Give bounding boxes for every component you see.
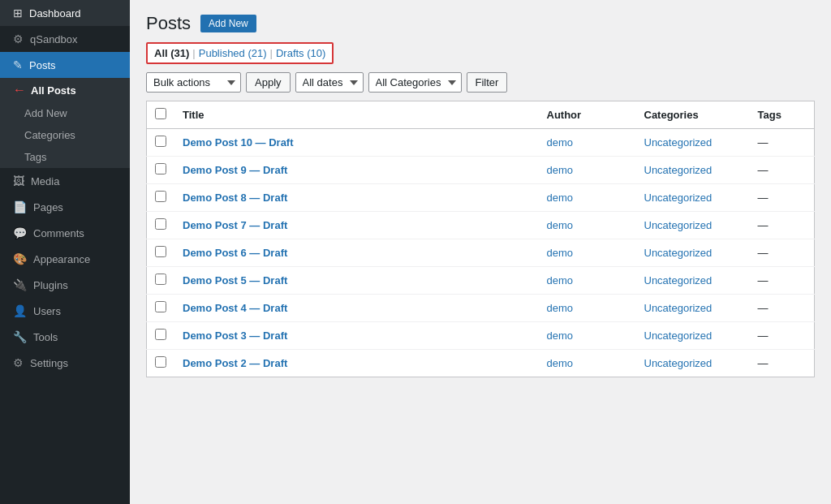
author-link[interactable]: demo	[547, 164, 574, 176]
tags-value: —	[758, 274, 769, 286]
category-link[interactable]: Uncategorized	[644, 219, 713, 231]
sidebar-item-label: Settings	[30, 357, 68, 369]
author-link[interactable]: demo	[547, 192, 574, 204]
tags-value: —	[758, 164, 769, 176]
sidebar-item-appearance[interactable]: 🎨 Appearance	[0, 246, 130, 272]
tags-value: —	[758, 136, 769, 149]
sidebar-item-comments[interactable]: 💬 Comments	[0, 220, 130, 246]
post-title-link[interactable]: Demo Post 10 — Draft	[183, 136, 294, 149]
category-link[interactable]: Uncategorized	[644, 247, 713, 259]
table-row: Demo Post 10 — Draft demo Uncategorized …	[147, 129, 815, 157]
qsandbox-icon: ⚙	[13, 32, 24, 45]
category-link[interactable]: Uncategorized	[644, 330, 713, 342]
sidebar-item-plugins[interactable]: 🔌 Plugins	[0, 272, 130, 298]
dates-select[interactable]: All dates	[295, 72, 364, 93]
filter-tab-published[interactable]: Published (21)	[199, 47, 267, 59]
submenu-item-tags[interactable]: Tags	[0, 146, 130, 168]
row-checkbox[interactable]	[155, 274, 166, 285]
sidebar-item-settings[interactable]: ⚙ Settings	[0, 350, 130, 376]
post-title-link[interactable]: Demo Post 4 — Draft	[183, 302, 287, 314]
filter-tab-all[interactable]: All (31)	[154, 47, 189, 59]
submenu-item-categories[interactable]: Categories	[0, 124, 130, 146]
posts-submenu: ← All Posts Add New Categories Tags	[0, 78, 130, 168]
category-link[interactable]: Uncategorized	[644, 164, 713, 176]
submenu-item-all-posts[interactable]: ← All Posts	[0, 78, 130, 102]
sidebar-item-dashboard[interactable]: ⊞ Dashboard	[0, 0, 130, 26]
row-categories-cell: Uncategorized	[636, 295, 750, 322]
tags-value: —	[758, 357, 769, 369]
post-title-link[interactable]: Demo Post 5 — Draft	[183, 274, 287, 286]
sidebar-item-qsandbox[interactable]: ⚙ qSandbox	[0, 26, 130, 52]
posts-tbody: Demo Post 10 — Draft demo Uncategorized …	[147, 129, 815, 377]
row-title-cell: Demo Post 3 — Draft	[174, 322, 539, 350]
row-checkbox-cell	[147, 129, 175, 157]
row-title-cell: Demo Post 6 — Draft	[174, 239, 539, 267]
filter-sep-1: |	[192, 47, 195, 59]
filter-button[interactable]: Filter	[467, 72, 508, 93]
sidebar-item-label: Media	[31, 175, 59, 187]
filter-tab-drafts[interactable]: Drafts (10)	[276, 47, 325, 59]
author-link[interactable]: demo	[547, 302, 574, 314]
table-row: Demo Post 5 — Draft demo Uncategorized —	[147, 267, 815, 295]
row-categories-cell: Uncategorized	[636, 322, 750, 350]
bulk-actions-select[interactable]: Bulk actions Edit Move to Trash	[146, 72, 241, 93]
filter-sep-2: |	[270, 47, 273, 59]
select-all-checkbox[interactable]	[155, 108, 166, 119]
add-new-button[interactable]: Add New	[200, 15, 256, 32]
author-link[interactable]: demo	[547, 219, 574, 231]
category-link[interactable]: Uncategorized	[644, 302, 713, 314]
row-checkbox[interactable]	[155, 163, 166, 174]
row-checkbox[interactable]	[155, 301, 166, 312]
author-link[interactable]: demo	[547, 136, 574, 149]
row-checkbox[interactable]	[155, 329, 166, 340]
category-link[interactable]: Uncategorized	[644, 274, 713, 286]
row-checkbox[interactable]	[155, 246, 166, 257]
row-tags-cell: —	[750, 239, 815, 267]
category-link[interactable]: Uncategorized	[644, 192, 713, 204]
author-link[interactable]: demo	[547, 274, 574, 286]
sidebar-item-media[interactable]: 🖼 Media	[0, 168, 130, 194]
apply-button[interactable]: Apply	[246, 72, 291, 93]
row-tags-cell: —	[750, 295, 815, 322]
row-categories-cell: Uncategorized	[636, 267, 750, 295]
tags-value: —	[758, 247, 769, 259]
row-checkbox[interactable]	[155, 356, 166, 368]
row-author-cell: demo	[539, 267, 636, 295]
row-checkbox-cell	[147, 239, 175, 267]
post-title-link[interactable]: Demo Post 2 — Draft	[183, 357, 287, 369]
row-author-cell: demo	[539, 157, 636, 184]
categories-select[interactable]: All Categories	[368, 72, 462, 93]
sidebar: ⊞ Dashboard ⚙ qSandbox ✎ Posts ← All Pos…	[0, 0, 130, 504]
sidebar-item-users[interactable]: 👤 Users	[0, 298, 130, 324]
table-header-row: Title Author Categories Tags	[147, 101, 815, 129]
row-checkbox[interactable]	[155, 218, 166, 230]
row-checkbox[interactable]	[155, 191, 166, 202]
post-title-link[interactable]: Demo Post 3 — Draft	[183, 330, 287, 342]
category-link[interactable]: Uncategorized	[644, 357, 713, 369]
row-title-cell: Demo Post 5 — Draft	[174, 267, 539, 295]
author-link[interactable]: demo	[547, 330, 574, 342]
row-categories-cell: Uncategorized	[636, 184, 750, 212]
row-tags-cell: —	[750, 350, 815, 377]
post-title-link[interactable]: Demo Post 6 — Draft	[183, 247, 287, 259]
submenu-item-add-new[interactable]: Add New	[0, 102, 130, 124]
users-icon: 👤	[13, 304, 27, 317]
row-tags-cell: —	[750, 129, 815, 157]
row-checkbox-cell	[147, 267, 175, 295]
sidebar-item-posts[interactable]: ✎ Posts	[0, 52, 130, 78]
row-tags-cell: —	[750, 212, 815, 239]
row-checkbox[interactable]	[155, 136, 166, 147]
author-link[interactable]: demo	[547, 247, 574, 259]
table-row: Demo Post 3 — Draft demo Uncategorized —	[147, 322, 815, 350]
post-title-link[interactable]: Demo Post 9 — Draft	[183, 164, 287, 176]
sidebar-item-tools[interactable]: 🔧 Tools	[0, 324, 130, 350]
category-link[interactable]: Uncategorized	[644, 136, 713, 149]
author-link[interactable]: demo	[547, 357, 574, 369]
sidebar-item-pages[interactable]: 📄 Pages	[0, 194, 130, 220]
post-title-link[interactable]: Demo Post 7 — Draft	[183, 219, 287, 231]
sidebar-item-label: Plugins	[33, 279, 68, 291]
post-title-link[interactable]: Demo Post 8 — Draft	[183, 192, 287, 204]
row-title-cell: Demo Post 2 — Draft	[174, 350, 539, 377]
submenu-label: Add New	[24, 107, 67, 119]
row-categories-cell: Uncategorized	[636, 239, 750, 267]
